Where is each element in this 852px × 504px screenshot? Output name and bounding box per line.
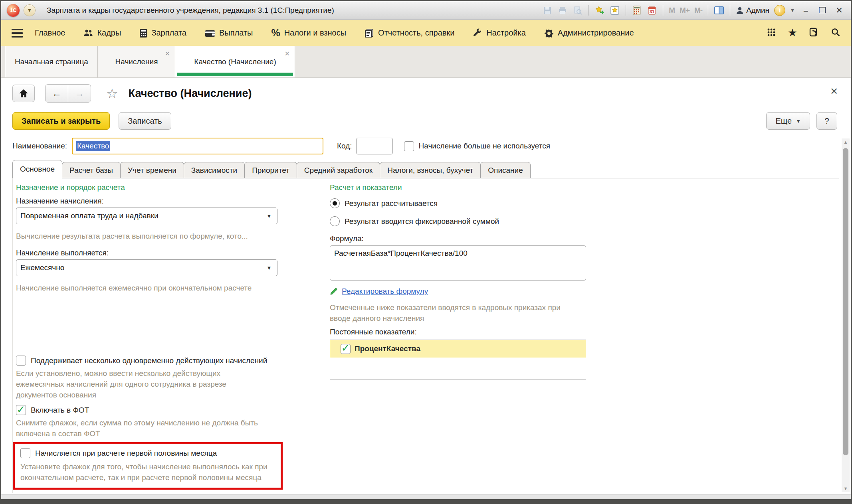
dropdown-arrow-icon[interactable]: ▼ [261,260,277,276]
memory-minus-button[interactable]: M- [694,6,702,15]
formula-input[interactable]: РасчетнаяБаза*ПроцентКачества/100 [330,245,586,281]
calculator-icon[interactable] [632,5,642,16]
system-menu-button[interactable]: ▼ [24,4,36,16]
1c-logo-icon: 1С [7,4,20,17]
home-button[interactable] [12,85,35,102]
purpose-label: Назначение начисления: [16,197,295,206]
half-month-checkbox[interactable] [20,448,30,458]
menu-item-glavnoe[interactable]: Главное [35,28,65,38]
form-tab-raschet-bazy[interactable]: Расчет базы [62,162,121,178]
form-tab-prioritet[interactable]: Приоритет [244,162,297,178]
forward-button[interactable]: → [68,85,91,102]
fot-checkbox[interactable]: ✓ [16,405,26,415]
info-icon[interactable]: i [774,5,785,16]
name-input[interactable]: Качество [72,138,323,154]
print-icon[interactable] [557,5,568,16]
memory-plus-button[interactable]: M+ [680,6,690,15]
not-used-checkbox[interactable] [404,141,414,151]
schedule-select[interactable]: Ежемесячно ▼ [16,259,277,276]
minimize-button[interactable]: – [800,6,812,15]
form-tab-osnovnoe[interactable]: Основное [12,160,62,178]
scroll-down-icon[interactable]: ▼ [842,485,850,492]
search-icon[interactable] [831,28,840,39]
indicator-checkbox[interactable]: ✓ [341,344,351,354]
menu-item-nalogi[interactable]: %Налоги и взносы [271,27,346,39]
result-fixed-radio-row[interactable]: Результат вводится фиксированной суммой [330,216,586,226]
tab-nachisleniya[interactable]: Начисления ✕ [98,46,175,77]
help-button[interactable]: ? [816,112,837,130]
scrollbar-thumb[interactable] [843,148,848,455]
info-caret-icon[interactable]: ▼ [790,8,795,13]
close-tab-icon[interactable]: ✕ [285,50,290,57]
fot-checkbox-row[interactable]: ✓ Включать в ФОТ [16,405,295,415]
save-and-close-button[interactable]: Записать и закрыть [12,112,110,130]
app-window: 1С ▼ Зарплата и кадры государственного у… [0,0,852,504]
form-tab-nalogi-vznosy[interactable]: Налоги, взносы, бухучет [380,162,481,178]
multi-accruals-checkbox-row[interactable]: Поддерживает несколько одновременно дейс… [16,356,295,366]
restore-button[interactable]: ❐ [816,6,828,15]
menu-item-kadry[interactable]: Кадры [83,28,121,38]
form-tab-opisanie[interactable]: Описание [480,162,530,178]
user-name: Админ [746,6,769,15]
percent-icon: % [271,27,280,39]
scroll-up-icon[interactable]: ▲ [842,138,850,146]
edit-formula-link[interactable]: Редактировать формулу [342,287,428,296]
more-button[interactable]: Еще▼ [766,112,810,130]
result-calculated-radio[interactable] [330,198,340,208]
schedule-label: Начисление выполняется: [16,249,295,257]
purpose-value: Повременная оплата труда и надбавки [20,211,159,220]
close-form-icon[interactable]: ✕ [830,86,838,97]
menu-item-vyplaty[interactable]: Выплаты [205,28,253,38]
menu-item-zarplata[interactable]: Зарплата [139,28,186,38]
menu-item-nastroika[interactable]: Настройка [473,28,525,38]
favorites-star-icon[interactable]: ★ [788,28,797,38]
result-fixed-radio[interactable] [330,216,340,226]
close-tab-icon[interactable]: ✕ [165,50,170,57]
memory-recall-button[interactable]: M [669,6,675,15]
tab-label: Качество (Начисление) [194,57,276,66]
multi-accruals-checkbox[interactable] [16,356,26,366]
user-icon [736,6,744,14]
current-user[interactable]: Админ [736,6,769,15]
menu-item-administrirovanie[interactable]: Администрирование [544,28,634,38]
save-button[interactable]: Записать [119,112,171,130]
print-preview-icon[interactable] [573,5,583,16]
separator [708,5,708,16]
wrench-icon [473,28,482,38]
tab-label: Начальная страница [15,57,88,66]
half-month-checkbox-row[interactable]: Начисляется при расчете первой половины … [20,448,275,458]
favorites-icon[interactable] [610,5,620,16]
purpose-hint: Вычисление результата расчета выполняетс… [16,231,295,241]
tab-kachestvo[interactable]: Качество (Начисление) ✕ [175,46,295,77]
close-window-button[interactable]: ✕ [833,6,845,15]
split-window-icon[interactable] [714,5,724,16]
open-windows-tabstrip: Начальная страница Начисления ✕ Качество… [1,46,851,78]
menu-item-otchetnost[interactable]: Отчетность, справки [365,28,454,38]
all-functions-grid-icon[interactable] [767,28,776,38]
dropdown-arrow-icon[interactable]: ▼ [261,208,277,224]
form-tab-zavisimosti[interactable]: Зависимости [184,162,245,178]
list-item[interactable]: ✓ ПроцентКачества [330,340,586,358]
purpose-select[interactable]: Повременная оплата труда и надбавки ▼ [16,208,277,224]
code-input[interactable] [356,138,393,154]
tab-home-page[interactable]: Начальная страница [5,46,98,77]
not-used-checkbox-row[interactable]: Начисление больше не используется [404,141,550,151]
add-favorite-icon[interactable] [594,5,605,16]
info-glyph: i [779,7,781,14]
history-icon[interactable] [809,28,819,39]
form-tab-sredniy-zarabotok[interactable]: Средний заработок [297,162,380,178]
back-button[interactable]: ← [46,85,68,102]
vertical-scrollbar[interactable]: ▲ ▼ [842,138,850,492]
calendar-icon[interactable]: 31 [647,5,657,16]
calculator-icon [139,28,147,38]
favorite-star-icon[interactable]: ☆ [106,86,118,101]
save-icon[interactable] [542,5,553,16]
logo-text: 1С [10,7,17,13]
hamburger-menu-icon[interactable] [12,29,23,38]
result-calculated-radio-row[interactable]: Результат рассчитывается [330,198,586,208]
half-month-label: Начисляется при расчете первой половины … [35,449,217,458]
result-calculated-label: Результат рассчитывается [345,199,438,208]
form-tab-uchet-vremeni[interactable]: Учет времени [120,162,184,178]
pencil-icon [330,287,338,295]
multi-accruals-hint: Если установлено, можно ввести несколько… [16,368,259,400]
